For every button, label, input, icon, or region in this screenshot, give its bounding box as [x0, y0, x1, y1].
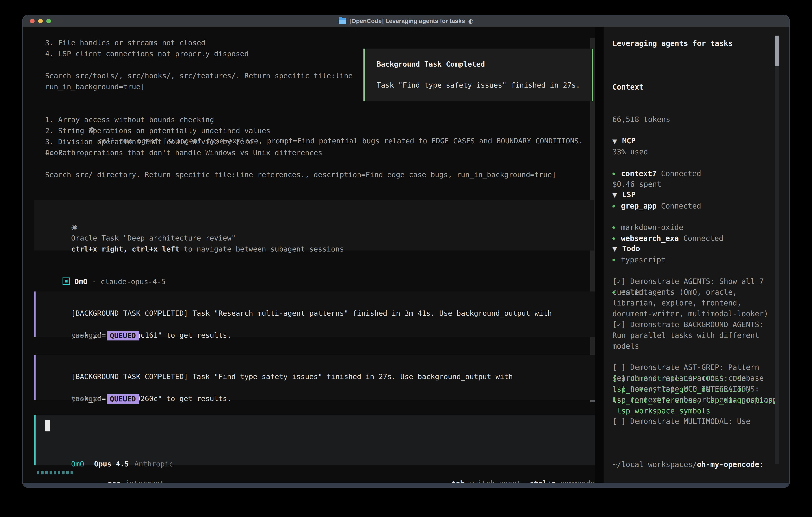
repo-name: oh-my-opencode: [697, 460, 764, 469]
todo-pending-item: [ ] Demonstrate MULTIMODAL: Use [612, 416, 784, 427]
desktop: { "window": { "title": "[OpenCode] Lever… [0, 0, 812, 517]
mcp-header[interactable]: MCP [612, 136, 784, 147]
status-badge: QUEUED [107, 394, 139, 404]
collapse-triangle-icon [612, 137, 622, 145]
status-badge: QUEUED [107, 331, 139, 341]
agent-checkbox-icon [62, 277, 70, 285]
oracle-task-hint: ctrl+x right, ctrl+x left to navigate be… [45, 233, 344, 266]
task-meta: yeongyuQUEUED [45, 319, 139, 352]
path-prefix: ~/local-workspaces/ [612, 460, 697, 469]
folder-icon [339, 18, 346, 24]
close-button[interactable] [30, 19, 35, 23]
sidebar-scrollbar-track[interactable] [775, 35, 779, 464]
background-task-card: [BACKGROUND TASK COMPLETED] Task "Find t… [34, 355, 594, 400]
collapse-triangle-icon [612, 190, 622, 199]
sidebar-scrollbar-thumb[interactable] [775, 36, 779, 66]
session-state-icon: ◐ [468, 18, 473, 25]
task-author: yeongyu [71, 394, 102, 403]
prompt-input[interactable]: OmOOpus 4.5Anthropic [34, 415, 594, 465]
scrollback-text-list: 1. Array access without bounds checking … [45, 114, 592, 180]
task-meta: yeongyuQUEUED [45, 382, 139, 415]
lsp-header[interactable]: LSP [612, 189, 784, 200]
traffic-lights [30, 19, 51, 23]
window-title: [OpenCode] Leveraging agents for tasks [349, 18, 465, 24]
todo-pending-items: [ ] Demonstrate AST-GREP: Pattern search… [612, 362, 784, 405]
hint-keys: ctrl+x right, ctrl+x left [71, 245, 179, 253]
titlebar: [OpenCode] Leveraging agents for tasks ◐ [23, 16, 789, 27]
todo-section: Todo [✓] Demonstrate AGENTS: Show all 7 … [612, 222, 784, 438]
text-cursor [45, 420, 50, 431]
background-task-card: [BACKGROUND TASK COMPLETED] Task "Resear… [34, 292, 594, 337]
context-heading: Context [612, 82, 784, 92]
hint-text: to navigate between subagent sessions [179, 245, 344, 253]
agent-name: OmO [75, 277, 88, 286]
spinner-dots-icon [37, 467, 75, 478]
session-title: Leveraging agents for tasks [612, 38, 784, 49]
sidebar: Leveraging agents for tasks Context 66,5… [604, 27, 789, 483]
minimize-button[interactable] [38, 19, 43, 23]
notification-body: Task "Find type safety issues" finished … [377, 80, 580, 90]
todo-done-items: [✓] Demonstrate AGENTS: Show all 7 curat… [612, 276, 784, 352]
window-bottom-edge [23, 483, 789, 487]
todo-header[interactable]: Todo [612, 243, 784, 254]
status-bar: escinterrupt tabswitch agentctrl+pcomman… [23, 467, 594, 478]
collapse-triangle-icon [612, 244, 622, 253]
notification-title: Background Task Completed [377, 59, 485, 70]
app-window: [OpenCode] Leveraging agents for tasks ◐… [23, 16, 789, 487]
task-author: yeongyu [71, 331, 102, 339]
fisheye-icon: ◉ [71, 223, 77, 231]
maximize-button[interactable] [46, 19, 51, 23]
agent-model: claude-opus-4-5 [100, 277, 166, 286]
notification-toast[interactable]: Background Task Completed Task "Find typ… [364, 49, 593, 101]
oracle-task-box: ◉ Oracle Task "Deep architecture review"… [34, 200, 594, 250]
separator-dot: · [92, 277, 96, 286]
